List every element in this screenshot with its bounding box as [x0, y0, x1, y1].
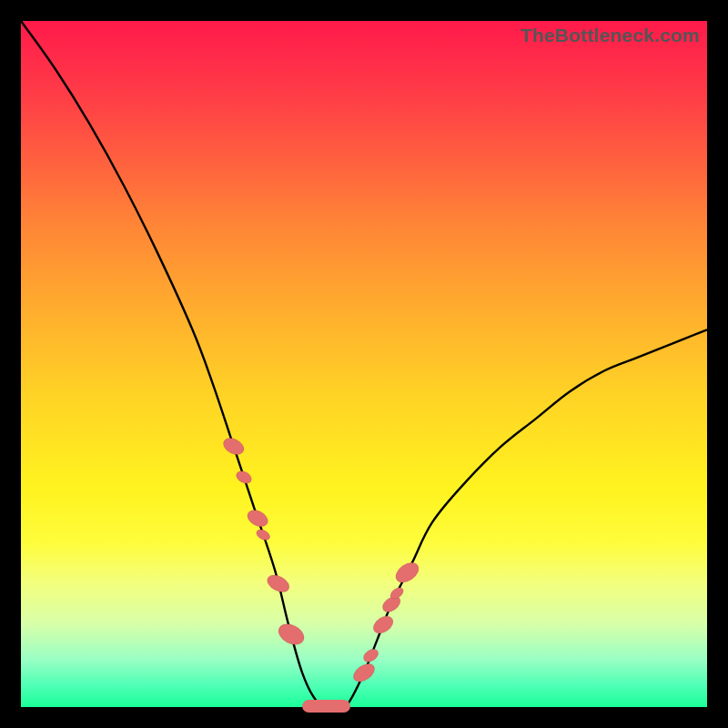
data-marker: [392, 559, 422, 587]
plot-area: TheBottleneck.com: [21, 21, 707, 707]
data-marker: [220, 435, 247, 458]
data-marker: [370, 612, 397, 637]
data-marker: [361, 646, 381, 664]
flat-minimum-marker: [302, 700, 350, 713]
data-marker: [350, 660, 378, 685]
data-marker: [255, 528, 272, 542]
data-marker: [275, 620, 308, 649]
marker-layer: [220, 435, 422, 713]
data-marker: [234, 469, 254, 486]
data-marker: [245, 507, 271, 530]
curve-path: [21, 21, 707, 708]
chart-frame: TheBottleneck.com: [0, 0, 728, 728]
bottleneck-curve: [21, 21, 707, 707]
data-marker: [265, 571, 292, 595]
